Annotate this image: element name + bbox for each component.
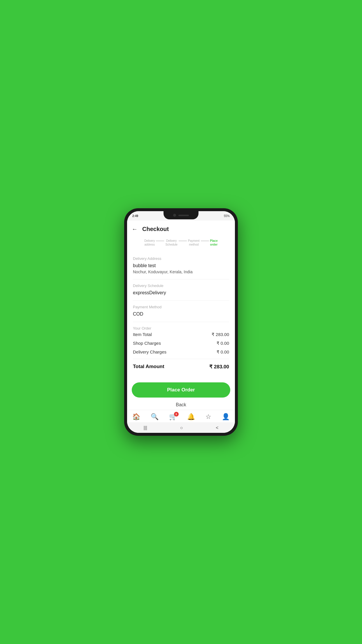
delivery-address-detail: Nochur, Koduvayur, Kerala, India [133, 269, 229, 275]
back-text-button[interactable]: Back [127, 400, 235, 410]
android-nav-bar: ||| ○ < [127, 422, 235, 433]
divider-1 [133, 279, 229, 279]
nav-search[interactable]: 🔍 [151, 413, 159, 421]
home-icon: 🏠 [132, 413, 140, 421]
speaker [178, 215, 189, 216]
item-total-value: ₹ 283.00 [212, 332, 229, 337]
page-title: Checkout [142, 226, 169, 232]
total-amount-value: ₹ 283.00 [209, 364, 229, 370]
step-line-3 [201, 241, 209, 241]
item-total-label: Item Total [133, 332, 152, 337]
place-order-button[interactable]: Place Order [132, 382, 230, 398]
delivery-charges-label: Delivery Charges [133, 349, 166, 354]
total-amount-label: Total Amount [133, 364, 164, 370]
payment-method-label: Payment Method [133, 305, 229, 309]
item-total-row: Item Total ₹ 283.00 [133, 332, 229, 337]
nav-cart[interactable]: 🛒 3 [169, 413, 177, 421]
delivery-schedule-label: Delivery Schedule [133, 284, 229, 288]
delivery-charges-row: Delivery Charges ₹ 0.00 [133, 349, 229, 355]
delivery-charges-value: ₹ 0.00 [217, 349, 229, 355]
camera-dot [173, 214, 176, 217]
status-bar: 2:49 55% [127, 211, 235, 220]
android-back-btn[interactable]: < [216, 425, 218, 430]
shop-charges-value: ₹ 0.00 [217, 341, 229, 346]
step-delivery-address: Deliveryaddress [144, 239, 155, 246]
nav-favorites[interactable]: ☆ [205, 413, 211, 421]
status-battery: 55% [224, 214, 230, 218]
step-line-2 [179, 241, 187, 241]
nav-profile[interactable]: 👤 [222, 413, 230, 421]
bell-icon: 🔔 [187, 413, 195, 421]
delivery-address-label: Delivery Address [133, 256, 229, 261]
cart-badge: 3 [174, 412, 179, 416]
phone-screen: 2:49 55% ← Checkout Deliveryaddress Deli… [127, 211, 235, 433]
android-recent-btn[interactable]: ||| [143, 425, 147, 430]
delivery-schedule-value: expressDelivery [133, 289, 229, 296]
star-icon: ☆ [205, 413, 211, 421]
header: ← Checkout [127, 220, 235, 237]
back-button[interactable]: ← [132, 225, 140, 234]
step-line-1 [156, 241, 164, 241]
search-icon: 🔍 [151, 413, 159, 421]
total-amount-row: Total Amount ₹ 283.00 [133, 364, 229, 370]
shop-charges-label: Shop Charges [133, 341, 161, 346]
step-place-order: Placeorder [210, 239, 218, 246]
content-area: Delivery Address bubble test Nochur, Kod… [127, 251, 235, 378]
phone-frame: 2:49 55% ← Checkout Deliveryaddress Deli… [124, 208, 238, 436]
nav-home[interactable]: 🏠 [132, 413, 140, 421]
shop-charges-row: Shop Charges ₹ 0.00 [133, 341, 229, 346]
nav-notifications[interactable]: 🔔 [187, 413, 195, 421]
status-time: 2:49 [132, 214, 138, 218]
your-order-label: Your Order [133, 326, 229, 330]
divider-2 [133, 300, 229, 301]
notch [164, 211, 198, 219]
profile-icon: 👤 [222, 413, 230, 421]
delivery-address-name: bubble test [133, 262, 229, 269]
step-payment-method: Paymentmethod [188, 239, 199, 246]
bottom-nav: 🏠 🔍 🛒 3 🔔 ☆ 👤 [127, 410, 235, 422]
progress-steps: Deliveryaddress DeliverySchedule Payment… [127, 237, 235, 251]
screen-content: ← Checkout Deliveryaddress DeliverySched… [127, 220, 235, 433]
payment-method-value: COD [133, 311, 229, 318]
step-delivery-schedule: DeliverySchedule [165, 239, 178, 246]
divider-3 [133, 322, 229, 322]
android-home-btn[interactable]: ○ [180, 425, 183, 430]
divider-4 [133, 359, 229, 359]
